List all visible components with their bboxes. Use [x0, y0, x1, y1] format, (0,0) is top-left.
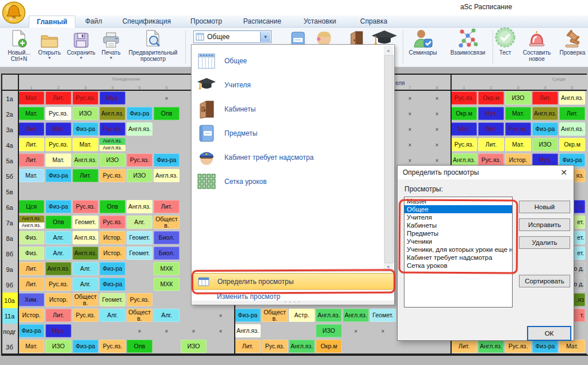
lesson-cell[interactable]: Рус.яз. — [99, 215, 127, 232]
lesson-cell[interactable]: Англ.яз. — [72, 153, 100, 170]
lesson-cell[interactable]: Лит. — [45, 308, 72, 325]
lesson-cell[interactable]: × — [396, 106, 424, 123]
empty-cell[interactable] — [45, 184, 72, 201]
lesson-cell[interactable]: ИЗО — [99, 153, 127, 170]
lesson-cell[interactable]: ИЗО — [505, 91, 532, 107]
lesson-cell[interactable]: Физ. — [18, 246, 45, 263]
lesson-cell[interactable]: Алг. — [72, 262, 100, 278]
lesson-cell[interactable]: Англ.яз. — [99, 106, 127, 123]
lesson-cell[interactable]: × — [396, 122, 424, 139]
lesson-cell[interactable]: Рус.яз. — [72, 308, 100, 325]
empty-cell[interactable] — [99, 184, 127, 201]
tab-Справка[interactable]: Справка — [353, 16, 395, 28]
empty-cell[interactable] — [586, 184, 588, 201]
lesson-cell[interactable]: ИЗО — [532, 137, 559, 154]
lesson-cell[interactable]: × — [369, 324, 397, 340]
lesson-cell[interactable]: Геомет. — [99, 293, 127, 309]
lesson-cell[interactable]: Опв — [45, 215, 72, 232]
lesson-cell[interactable]: Лит. — [45, 91, 72, 107]
empty-cell[interactable] — [586, 277, 588, 294]
удалить-button[interactable]: Удалить — [519, 236, 570, 249]
menu-item-кабинет[interactable]: Кабинет требует надсмотра — [192, 145, 382, 170]
tab-Расписание[interactable]: Расписание — [236, 16, 289, 28]
menu-item-кабинеты[interactable]: Кабинеты — [192, 97, 382, 121]
lesson-cell[interactable]: Физ-ра — [532, 122, 559, 139]
empty-cell[interactable] — [126, 277, 154, 294]
row-label-8б[interactable]: 8б — [1, 246, 18, 263]
lesson-cell[interactable]: Окр.м — [450, 106, 478, 123]
lesson-cell[interactable]: Лит. — [18, 277, 45, 294]
empty-cell[interactable] — [586, 262, 588, 278]
empty-cell[interactable] — [153, 293, 181, 309]
lesson-cell[interactable]: Лит. — [478, 137, 505, 154]
lesson-cell[interactable]: × — [423, 137, 451, 154]
lesson-cell[interactable]: Хим. — [18, 293, 45, 309]
lesson-cell[interactable]: Истор. — [99, 230, 127, 247]
lesson-cell[interactable]: Обществ. — [126, 308, 154, 325]
печать-button[interactable]: Печать▼ — [98, 29, 124, 66]
lesson-cell[interactable]: Физ-ра — [153, 153, 181, 170]
lesson-cell[interactable]: × — [153, 324, 181, 340]
lesson-cell[interactable]: Рус.яз. — [99, 122, 127, 139]
lesson-cell[interactable]: Англ.яз. — [532, 106, 559, 123]
lesson-cell[interactable]: Мат. — [505, 137, 532, 154]
lesson-cell[interactable]: Геомет. — [369, 308, 397, 325]
lesson-cell[interactable]: Рус.яз. — [126, 153, 154, 170]
проверка-button[interactable]: Проверка — [557, 29, 588, 66]
тест-button[interactable]: Тест — [494, 29, 517, 66]
lesson-cell[interactable]: Лит. — [18, 122, 45, 139]
lesson-cell[interactable]: Англ.яз. — [126, 199, 154, 216]
lesson-cell[interactable]: Рус.яз. — [45, 106, 72, 123]
lesson-cell[interactable]: Обществ. — [153, 215, 181, 232]
dialog-title-bar[interactable]: Определить просмотры ✕ — [398, 166, 574, 179]
lesson-cell[interactable]: Мат. — [45, 153, 72, 170]
lesson-cell[interactable]: Физ-ра — [72, 122, 100, 139]
empty-cell[interactable] — [153, 184, 181, 201]
tab-Установки[interactable]: Установки — [296, 16, 343, 28]
lesson-cell[interactable]: Геомет. — [72, 215, 100, 232]
lesson-cell[interactable]: Рус.яз. — [505, 122, 532, 139]
lesson-cell[interactable]: Мат. — [505, 106, 532, 123]
lesson-cell[interactable]: × — [396, 91, 424, 107]
empty-cell[interactable] — [288, 324, 316, 340]
lesson-cell[interactable]: Англ.яз. — [342, 308, 370, 325]
новый-button[interactable]: Новый — [519, 201, 570, 213]
row-label-подг[interactable]: подг — [1, 324, 18, 340]
row-label-6а[interactable]: 6а — [1, 199, 18, 216]
empty-cell[interactable] — [153, 137, 181, 154]
empty-cell[interactable] — [586, 293, 588, 309]
lesson-cell[interactable]: Рус.яз. — [126, 293, 154, 309]
row-label-3а[interactable]: 3а — [1, 122, 18, 139]
empty-cell[interactable] — [153, 122, 181, 139]
empty-cell[interactable] — [586, 91, 588, 107]
lesson-cell[interactable]: Обществ. — [261, 308, 289, 325]
combo-dropdown-button[interactable]: ▼ — [260, 32, 270, 42]
lesson-cell[interactable]: Рус.яз. — [450, 91, 478, 107]
lesson-cell[interactable]: × — [207, 308, 235, 325]
menu-item-предметы[interactable]: Предметы — [192, 121, 382, 145]
empty-cell[interactable] — [99, 324, 127, 340]
empty-cell[interactable] — [126, 184, 154, 201]
lesson-cell[interactable]: Лит. — [18, 137, 45, 154]
menu-item-учителя[interactable]: Учителя — [192, 73, 382, 97]
lesson-cell[interactable]: Алг. — [72, 277, 100, 294]
lesson-cell[interactable]: Лит. — [18, 262, 45, 278]
close-icon[interactable]: ✕ — [559, 167, 569, 178]
lesson-cell[interactable]: Лит. — [72, 168, 100, 185]
view-combo[interactable]: Общее ▼ — [193, 30, 272, 43]
составить-button[interactable]: Составитьновое — [517, 29, 557, 66]
lesson-cell[interactable]: МХК — [153, 262, 181, 278]
lesson-cell[interactable]: Обществ. — [72, 293, 100, 309]
lesson-cell[interactable]: Англ.яз. — [315, 308, 343, 325]
lesson-cell[interactable]: × — [423, 106, 451, 123]
lesson-cell[interactable]: Англ.яз.Англ.яз. — [18, 215, 45, 232]
row-label-5б[interactable]: 5б — [1, 168, 18, 185]
lesson-cell[interactable]: Муз. — [45, 324, 72, 340]
panel-resize-grip[interactable]: • • • • — [192, 301, 394, 305]
lesson-cell[interactable]: Биол. — [153, 230, 181, 247]
исправить-button[interactable]: Исправить — [519, 218, 570, 231]
lesson-cell[interactable]: × — [342, 324, 370, 340]
lesson-cell[interactable]: Мат. — [18, 168, 45, 185]
lesson-cell[interactable]: × — [396, 137, 424, 154]
lesson-cell[interactable]: Англ.яз. — [126, 122, 154, 139]
